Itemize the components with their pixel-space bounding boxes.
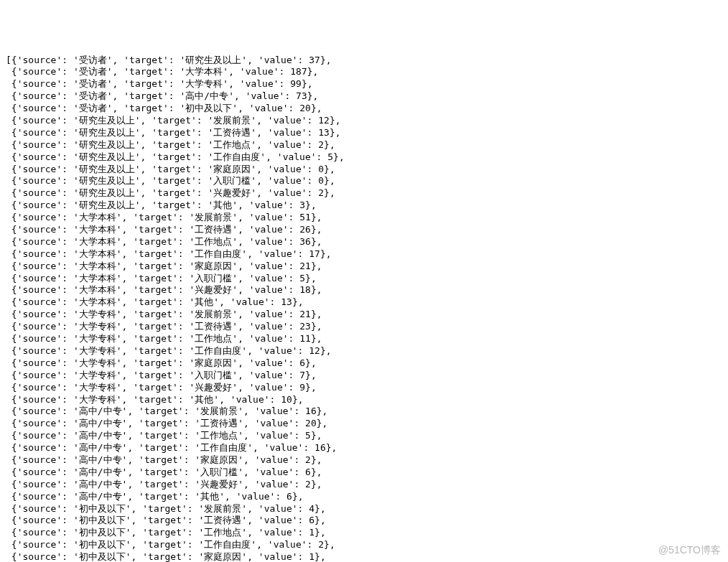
watermark: @51CTO博客 [658,543,721,556]
code-output: [{'source': '受访者', 'target': '研究生及以上', '… [6,55,722,562]
